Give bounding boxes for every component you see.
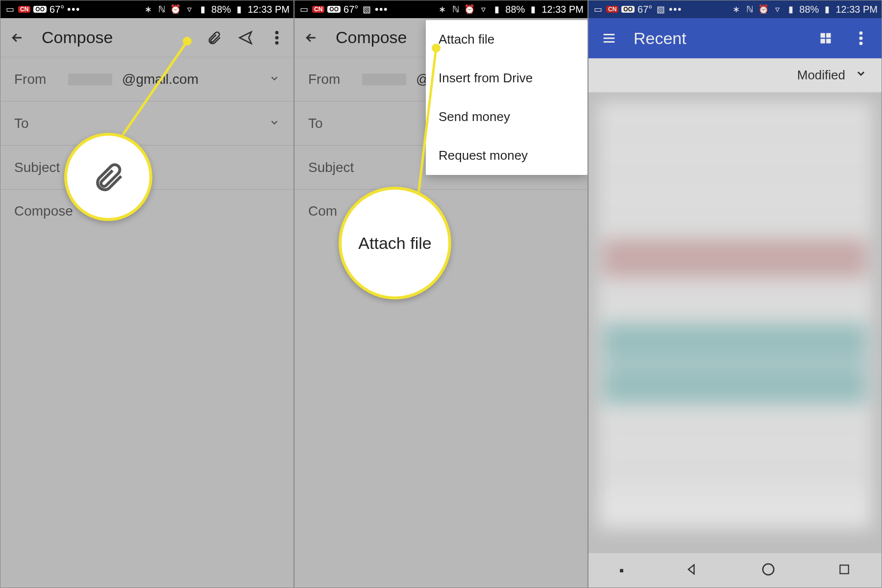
svg-point-1	[275, 36, 279, 39]
status-bar: ▭ CN OO 67° ▧ ••• ∗ ℕ ⏰ ▿ ▮ 88% ▮ 12:33 …	[588, 0, 882, 18]
news-app-icon: CN	[606, 6, 618, 13]
list-item[interactable]	[603, 449, 867, 489]
screen-compose-menu: ▭ CN OO 67° ▧ ••• ∗ ℕ ⏰ ▿ ▮ 88% ▮ 12:33 …	[294, 0, 588, 588]
image-icon: ▧	[655, 4, 666, 15]
overflow-menu-icon[interactable]	[266, 27, 288, 49]
body-placeholder: Compose	[14, 203, 73, 219]
list-item[interactable]	[603, 154, 867, 194]
svg-rect-8	[826, 39, 831, 43]
nav-recents-icon[interactable]: ■	[619, 566, 623, 574]
attach-file-callout: Attach file	[339, 187, 451, 299]
send-icon[interactable]	[235, 27, 256, 49]
bluetooth-icon: ∗	[437, 4, 447, 15]
svg-point-12	[763, 564, 774, 575]
list-item[interactable]	[603, 196, 867, 236]
list-item[interactable]	[603, 281, 867, 320]
file-picker-toolbar: Recent	[588, 18, 882, 58]
list-item[interactable]	[603, 407, 867, 446]
svg-rect-5	[821, 33, 825, 38]
menu-item-send-money[interactable]: Send money	[426, 98, 588, 136]
news-app-icon: CN	[312, 6, 324, 13]
voicemail-icon: OO	[621, 6, 635, 13]
svg-point-0	[275, 31, 279, 34]
notification-icon: ▭	[298, 4, 309, 15]
wifi-icon: ▿	[184, 4, 195, 15]
sort-bar[interactable]: Modified	[588, 58, 882, 93]
signal-icon: ▮	[491, 4, 502, 15]
to-label: To	[308, 116, 352, 131]
nav-back-icon[interactable]	[686, 563, 699, 578]
list-item[interactable]	[603, 323, 867, 362]
menu-item-attach-file[interactable]: Attach file	[426, 20, 588, 59]
clock: 12:33 PM	[541, 4, 584, 15]
from-redacted	[362, 74, 406, 85]
menu-item-request-money[interactable]: Request money	[426, 136, 588, 175]
nfc-icon: ℕ	[744, 4, 755, 15]
from-label: From	[308, 72, 352, 87]
battery-percent: 88%	[211, 4, 231, 15]
svg-rect-7	[821, 39, 825, 43]
svg-point-2	[275, 41, 279, 45]
notification-icon: ▭	[592, 4, 603, 15]
battery-icon: ▮	[234, 4, 245, 15]
alarm-icon: ⏰	[758, 4, 769, 15]
compose-title: Compose	[336, 28, 407, 47]
more-notifications-icon: •••	[669, 4, 682, 15]
screen-file-picker: ▭ CN OO 67° ▧ ••• ∗ ℕ ⏰ ▿ ▮ 88% ▮ 12:33 …	[588, 0, 882, 588]
svg-rect-13	[840, 565, 848, 573]
menu-item-insert-from-drive[interactable]: Insert from Drive	[426, 59, 588, 98]
back-icon[interactable]	[6, 27, 28, 49]
weather-temp: 67°	[49, 4, 64, 15]
nav-home-icon[interactable]	[761, 562, 776, 579]
picker-title: Recent	[634, 29, 686, 48]
chevron-down-icon[interactable]	[269, 116, 280, 131]
to-label: To	[14, 116, 58, 131]
from-redacted	[68, 74, 112, 85]
status-bar: ▭ CN OO 67° ••• ∗ ℕ ⏰ ▿ ▮ 88% ▮ 12:33 PM	[0, 0, 294, 18]
status-bar: ▭ CN OO 67° ▧ ••• ∗ ℕ ⏰ ▿ ▮ 88% ▮ 12:33 …	[294, 0, 588, 18]
wifi-icon: ▿	[478, 4, 489, 15]
attach-menu: Attach file Insert from Drive Send money…	[426, 20, 588, 175]
list-item[interactable]	[603, 112, 867, 151]
back-icon[interactable]	[300, 27, 322, 49]
nfc-icon: ℕ	[450, 4, 461, 15]
sort-label: Modified	[797, 68, 845, 83]
battery-icon: ▮	[528, 4, 539, 15]
list-item[interactable]	[603, 365, 867, 404]
bluetooth-icon: ∗	[731, 4, 741, 15]
svg-point-9	[859, 31, 863, 35]
svg-rect-6	[826, 33, 831, 38]
to-row[interactable]: To	[0, 101, 294, 146]
alarm-icon: ⏰	[170, 4, 181, 15]
clock: 12:33 PM	[835, 4, 878, 15]
nfc-icon: ℕ	[156, 4, 167, 15]
android-nav-bar: ■	[588, 553, 882, 588]
more-notifications-icon: •••	[67, 4, 80, 15]
voicemail-icon: OO	[327, 6, 341, 13]
from-label: From	[14, 72, 58, 87]
voicemail-icon: OO	[33, 6, 47, 13]
subject-label: Subject	[14, 160, 60, 175]
from-value: @gmail.com	[122, 72, 198, 87]
screen-compose: ▭ CN OO 67° ••• ∗ ℕ ⏰ ▿ ▮ 88% ▮ 12:33 PM…	[0, 0, 294, 588]
recent-files-list-blurred[interactable]	[598, 102, 872, 529]
list-item[interactable]	[603, 239, 867, 278]
notification-icon: ▭	[4, 4, 15, 15]
battery-icon: ▮	[822, 4, 833, 15]
chevron-down-icon[interactable]	[269, 72, 280, 87]
nav-overview-icon[interactable]	[838, 563, 851, 578]
from-row[interactable]: From @gmail.com	[0, 57, 294, 101]
weather-temp: 67°	[637, 4, 652, 15]
hamburger-menu-icon[interactable]	[598, 27, 620, 49]
weather-temp: 67°	[343, 4, 358, 15]
chevron-down-icon[interactable]	[855, 68, 867, 83]
alarm-icon: ⏰	[464, 4, 475, 15]
grid-view-icon[interactable]	[815, 27, 836, 49]
bluetooth-icon: ∗	[143, 4, 153, 15]
overflow-menu-icon[interactable]	[850, 27, 872, 49]
callout-anchor-dot	[432, 44, 441, 52]
callout-anchor-dot	[183, 37, 192, 46]
attach-icon[interactable]	[203, 27, 225, 49]
wifi-icon: ▿	[772, 4, 783, 15]
image-icon: ▧	[361, 4, 372, 15]
